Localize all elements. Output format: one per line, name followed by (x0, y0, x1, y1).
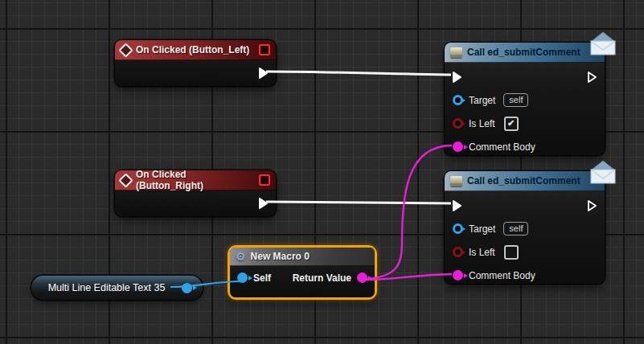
is-left-label: Is Left (469, 118, 495, 129)
event-node-body (115, 190, 276, 216)
node-new-macro-0[interactable]: ⚙ New Macro 0 Self Return Value (230, 248, 375, 297)
exec-row (445, 66, 605, 88)
function-node-header: Call ed_submitComment (445, 43, 605, 63)
gear-icon: ⚙ (236, 251, 246, 262)
exec-in-pin[interactable] (451, 199, 463, 212)
exec-out-pin[interactable] (257, 197, 269, 210)
comment-body-label: Comment Body (469, 141, 535, 153)
macro-node-header: ⚙ New Macro 0 (230, 248, 375, 266)
function-icon (450, 47, 462, 58)
exec-wire-left[interactable] (266, 72, 451, 75)
target-pin[interactable] (453, 95, 463, 105)
node-call-ed-submitcomment-bottom[interactable]: Call ed_submitComment Target self Is Lef… (445, 171, 605, 284)
node-title: Call ed_submitComment (467, 47, 580, 58)
delegate-pin-icon[interactable] (259, 174, 270, 186)
exec-out-pin[interactable] (257, 67, 269, 80)
is-left-label: Is Left (469, 247, 495, 258)
comment-body-row: Comment Body (445, 135, 605, 158)
variable-title: Multi Line Editable Text 35 (36, 282, 177, 293)
target-label: Target (469, 95, 495, 106)
self-pin[interactable] (237, 272, 248, 283)
target-pin[interactable] (453, 223, 463, 234)
function-icon (450, 176, 462, 186)
return-value-label: Return Value (293, 272, 351, 284)
exec-out-pin[interactable] (586, 71, 598, 84)
exec-out-pin[interactable] (586, 199, 598, 212)
event-diamond-icon (118, 173, 133, 187)
node-title: New Macro 0 (251, 251, 310, 262)
macro-pin-row: Self Return Value (230, 266, 375, 289)
is-left-checkbox[interactable] (504, 245, 519, 260)
is-left-pin[interactable] (453, 118, 463, 129)
node-title: On Clicked (Button_Left) (136, 44, 249, 55)
exec-row (445, 195, 605, 217)
envelope-icon (589, 161, 617, 188)
comment-body-pin[interactable] (453, 141, 463, 152)
self-label: Self (253, 272, 271, 284)
self-pin-group: Self (237, 272, 271, 284)
return-value-pin-group: Return Value (293, 272, 367, 284)
blueprint-graph-canvas[interactable]: On Clicked (Button_Left) On Clicked (But… (0, 0, 644, 344)
target-self-field[interactable]: self (503, 93, 528, 107)
exec-in-pin[interactable] (451, 71, 463, 84)
is-left-row: Is Left ✔ (445, 112, 605, 135)
is-left-checkbox[interactable]: ✔ (504, 117, 519, 131)
node-on-clicked-button-left[interactable]: On Clicked (Button_Left) (115, 40, 276, 86)
function-node-body: Target self Is Left ✔ Comment Body (445, 63, 605, 158)
is-left-row: Is Left (445, 240, 605, 264)
node-title: On Clicked (Button_Right) (136, 169, 254, 191)
selection-border: ⚙ New Macro 0 Self Return Value (228, 245, 377, 300)
function-node-body: Target self Is Left Comment Body (445, 191, 605, 287)
envelope-icon (589, 32, 617, 59)
is-left-pin[interactable] (453, 247, 463, 257)
delegate-pin-icon[interactable] (259, 44, 270, 55)
variable-output-pin[interactable] (182, 283, 192, 293)
event-node-header: On Clicked (Button_Left) (115, 40, 276, 60)
comment-body-label: Comment Body (469, 270, 535, 281)
target-row: Target self (445, 88, 605, 112)
node-title: Call ed_submitComment (467, 175, 580, 186)
target-label: Target (469, 223, 495, 235)
function-node-header: Call ed_submitComment (445, 171, 605, 191)
return-value-pin[interactable] (357, 272, 367, 283)
target-self-field[interactable]: self (503, 222, 528, 235)
comment-body-row: Comment Body (445, 264, 605, 287)
event-node-body (115, 60, 276, 86)
exec-wire-right[interactable] (266, 202, 451, 203)
target-row: Target self (445, 217, 605, 240)
node-multi-line-editable-text-35[interactable]: Multi Line Editable Text 35 (31, 276, 203, 300)
comment-body-pin[interactable] (453, 270, 463, 281)
node-on-clicked-button-right[interactable]: On Clicked (Button_Right) (115, 170, 276, 216)
node-call-ed-submitcomment-top[interactable]: Call ed_submitComment Target self Is Lef… (445, 43, 605, 155)
event-node-header: On Clicked (Button_Right) (115, 170, 276, 190)
event-diamond-icon (118, 43, 133, 57)
